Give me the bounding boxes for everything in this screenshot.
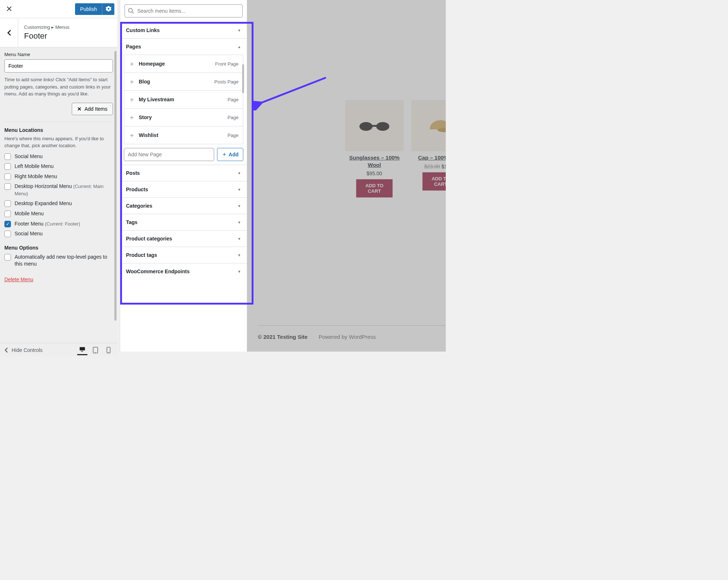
section-posts[interactable]: Posts▼ (120, 165, 247, 181)
location-mobile-menu[interactable]: Mobile Menu (4, 210, 113, 218)
add-to-cart-button[interactable]: ADD TO CART (356, 179, 393, 197)
location-social-menu-2[interactable]: Social Menu (4, 230, 113, 238)
chevron-down-icon: ▼ (237, 28, 241, 32)
bottom-bar: Hide Controls (0, 343, 117, 357)
svg-point-1 (95, 352, 96, 353)
svg-point-7 (376, 122, 389, 131)
tablet-icon (93, 347, 98, 353)
plus-icon: ＋ (129, 77, 135, 86)
plus-icon: ＋ (129, 131, 135, 140)
help-text: Time to add some links! Click "Add Items… (4, 76, 113, 98)
product-card-cap[interactable]: Cap – 100% Wool $23.00$16.00 ADD TO CART (412, 100, 446, 197)
breadcrumb-path: Customizing ▸ Menus (24, 24, 70, 30)
svg-point-4 (129, 8, 133, 12)
plus-icon: ＋ (129, 113, 135, 122)
product-image (412, 100, 446, 151)
chevron-down-icon: ▼ (237, 220, 241, 224)
svg-point-3 (108, 352, 109, 353)
section-categories[interactable]: Categories▼ (120, 197, 247, 214)
desktop-icon (79, 346, 86, 353)
add-items-panel: Custom Links▼ Pages▲ ＋Homepage Front Pag… (120, 0, 247, 352)
plus-icon: ＋ (222, 151, 227, 158)
copyright-text: © 2021 Testing Site (258, 334, 308, 340)
search-input[interactable] (125, 4, 243, 17)
publish-settings-button[interactable] (102, 3, 114, 15)
plus-icon: ＋ (129, 59, 135, 68)
add-to-cart-button[interactable]: ADD TO CART (422, 172, 446, 191)
location-social-menu-1[interactable]: Social Menu (4, 153, 113, 160)
customizer-header: ✕ Publish (0, 0, 117, 18)
mobile-icon (106, 347, 111, 353)
back-button[interactable] (0, 18, 18, 47)
menu-name-label: Menu Name (4, 52, 113, 57)
chevron-left-icon (4, 348, 9, 353)
device-desktop-button[interactable] (77, 345, 87, 355)
chevron-down-icon: ▼ (237, 204, 241, 208)
close-button[interactable]: ✕ (0, 0, 18, 18)
sunglasses-icon (358, 118, 391, 133)
chevron-down-icon: ▼ (237, 253, 241, 257)
chevron-down-icon: ▼ (237, 171, 241, 175)
product-image (345, 100, 404, 151)
product-card-sunglasses[interactable]: Sunglasses – 100% Wool $95.00 ADD TO CAR… (345, 100, 404, 197)
preview-footer: © 2021 Testing Site Powered by WordPress (258, 325, 446, 340)
pages-scrollbar-thumb[interactable] (242, 64, 244, 93)
close-icon: ✕ (77, 106, 82, 112)
device-mobile-button[interactable] (103, 345, 114, 355)
chevron-up-icon: ▲ (237, 45, 241, 49)
breadcrumb-heading: Footer (24, 31, 70, 41)
chevron-down-icon: ▼ (237, 188, 241, 192)
section-woo-endpoints[interactable]: WooCommerce Endpoints▼ (120, 263, 247, 279)
add-new-page-input[interactable] (124, 148, 214, 161)
location-desktop-expanded[interactable]: Desktop Expanded Menu (4, 200, 113, 207)
locations-desc: Here's where this menu appears. If you'd… (4, 135, 113, 149)
menu-name-input[interactable] (4, 59, 113, 72)
site-preview: Hoodie – 100% Wool $50.00$42.00 ADD TO C… (247, 0, 446, 352)
cap-icon (426, 117, 446, 135)
section-tags[interactable]: Tags▼ (120, 214, 247, 230)
section-pages[interactable]: Pages▲ ＋Homepage Front Page ＋Blog Posts … (120, 38, 247, 165)
location-right-mobile[interactable]: Right Mobile Menu (4, 173, 113, 180)
locations-title: Menu Locations (4, 127, 113, 133)
sidebar-scroll[interactable]: Menu Name Time to add some links! Click … (0, 47, 117, 352)
section-custom-links[interactable]: Custom Links▼ (120, 22, 247, 38)
page-item-blog[interactable]: ＋Blog Posts Page (124, 73, 243, 91)
delete-menu-link[interactable]: Delete Menu (4, 277, 33, 282)
chevron-down-icon: ▼ (237, 237, 241, 241)
page-item-homepage[interactable]: ＋Homepage Front Page (124, 55, 243, 73)
hide-controls-button[interactable]: Hide Controls (4, 347, 74, 353)
add-new-page-button[interactable]: ＋ Add (217, 148, 243, 161)
svg-rect-8 (372, 125, 377, 127)
svg-point-6 (359, 122, 373, 131)
option-auto-add[interactable]: Automatically add new top-level pages to… (4, 254, 113, 268)
svg-line-5 (132, 12, 134, 14)
breadcrumb-bar: Customizing ▸ Menus Footer (0, 18, 117, 47)
section-product-categories[interactable]: Product categories▼ (120, 230, 247, 247)
search-icon (128, 8, 134, 15)
page-item-story[interactable]: ＋Story Page (124, 109, 243, 126)
publish-button[interactable]: Publish (75, 3, 102, 15)
location-desktop-horizontal[interactable]: Desktop Horizontal Menu (Current: Main M… (4, 183, 113, 197)
location-left-mobile[interactable]: Left Mobile Menu (4, 163, 113, 170)
add-items-button[interactable]: ✕ Add Items (72, 103, 113, 115)
powered-text: Powered by WordPress (319, 334, 376, 340)
add-items-label: Add Items (84, 106, 107, 112)
section-product-tags[interactable]: Product tags▼ (120, 247, 247, 263)
scrollbar-thumb[interactable] (114, 51, 117, 321)
chevron-down-icon: ▼ (237, 270, 241, 274)
gear-icon (106, 6, 111, 13)
section-products[interactable]: Products▼ (120, 181, 247, 197)
page-item-my-livestream[interactable]: ＋My Livestream Page (124, 91, 243, 109)
device-tablet-button[interactable] (90, 345, 101, 355)
pages-list: ＋Homepage Front Page ＋Blog Posts Page ＋M… (124, 55, 243, 144)
customizer-sidebar: ✕ Publish Customizing ▸ Menus Footer Men… (0, 0, 117, 352)
location-footer-menu[interactable]: Footer Menu (Current: Footer) (4, 220, 113, 228)
options-title: Menu Options (4, 245, 113, 251)
page-item-wishlist[interactable]: ＋Wishlist Page (124, 126, 243, 144)
plus-icon: ＋ (129, 95, 135, 104)
chevron-left-icon (7, 30, 12, 36)
